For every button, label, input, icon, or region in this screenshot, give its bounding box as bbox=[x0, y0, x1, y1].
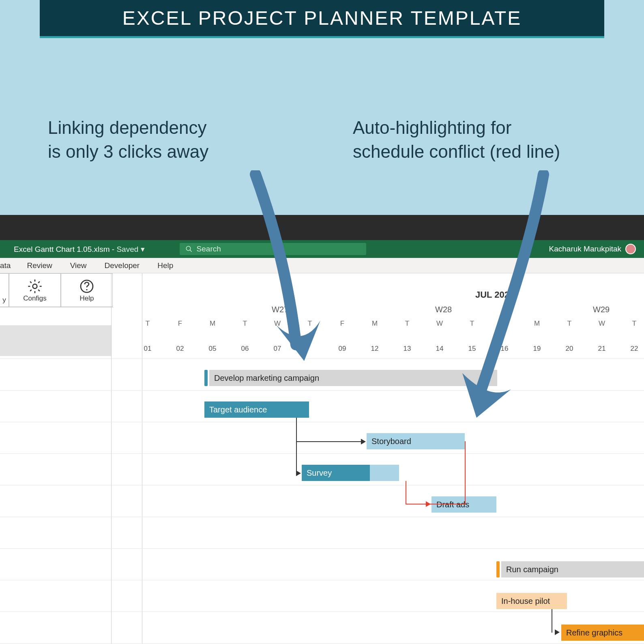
row-line bbox=[0, 422, 644, 422]
row-shade bbox=[0, 325, 111, 356]
tab-view[interactable]: View bbox=[61, 258, 96, 273]
row-line bbox=[0, 358, 644, 359]
task-target-audience[interactable]: Target audience bbox=[204, 401, 309, 418]
task-inhouse-pilot[interactable]: In-house pilot bbox=[496, 593, 567, 609]
arrow-icon bbox=[361, 439, 366, 444]
row-line bbox=[0, 580, 644, 580]
avatar bbox=[625, 244, 636, 254]
task-run-campaign[interactable]: Run campaign bbox=[501, 561, 644, 577]
banner-title: EXCEL PROJECT PLANNER TEMPLATE bbox=[122, 7, 522, 29]
user-name: Kacharuk Marukpitak bbox=[549, 245, 621, 253]
workbook-title: Excel Gantt Chart 1.05.xlsm - Saved ▾ bbox=[14, 245, 145, 254]
callout-left-line2: is only 3 clicks away bbox=[48, 140, 208, 163]
svg-point-4 bbox=[86, 289, 87, 290]
excel-window-top bbox=[0, 215, 644, 240]
callout-right-line1: Auto-highlighting for bbox=[353, 116, 560, 140]
tab-review[interactable]: Review bbox=[18, 258, 61, 273]
task-storyboard[interactable]: Storyboard bbox=[367, 433, 465, 449]
callout-right: Auto-highlighting for schedule conflict … bbox=[353, 116, 560, 164]
search-input[interactable]: Search bbox=[180, 243, 366, 255]
row-line bbox=[0, 390, 644, 391]
callout-left-line1: Linking dependency bbox=[48, 116, 208, 140]
task-draft-ads[interactable]: Draft ads bbox=[431, 496, 496, 513]
dep-line bbox=[296, 418, 297, 441]
callout-right-line2: schedule conflict (red line) bbox=[353, 140, 560, 163]
month-label: JUL 2021 bbox=[475, 290, 514, 300]
arrow-icon bbox=[296, 470, 301, 476]
task-survey[interactable]: Survey bbox=[302, 465, 399, 481]
week-27: W27 bbox=[272, 305, 288, 314]
dep-line-conflict bbox=[465, 441, 466, 504]
task-develop-marketing[interactable]: Develop marketing campaign bbox=[209, 370, 497, 386]
toolbar-partial[interactable]: y bbox=[0, 273, 9, 307]
row-line bbox=[0, 612, 644, 612]
tab-developer[interactable]: Developer bbox=[96, 258, 149, 273]
saved-status[interactable]: Saved ▾ bbox=[116, 245, 144, 253]
tab-help[interactable]: Help bbox=[148, 258, 182, 273]
custom-toolbar: y Configs Help bbox=[0, 273, 114, 307]
week-29: W29 bbox=[593, 305, 610, 314]
excel-title-bar: Excel Gantt Chart 1.05.xlsm - Saved ▾ Se… bbox=[0, 240, 644, 258]
gear-icon bbox=[27, 278, 43, 294]
page-banner: EXCEL PROJECT PLANNER TEMPLATE bbox=[40, 0, 604, 38]
configs-button[interactable]: Configs bbox=[9, 273, 61, 307]
row-line bbox=[0, 485, 644, 485]
user-area[interactable]: Kacharuk Marukpitak bbox=[549, 244, 636, 254]
search-placeholder: Search bbox=[197, 245, 221, 253]
summary-start-tick-orange bbox=[496, 561, 500, 577]
gantt-sheet[interactable]: y Configs Help JUL 2021 W27 W28 W29 T F … bbox=[0, 273, 644, 644]
summary-start-tick bbox=[204, 370, 208, 386]
dep-line bbox=[296, 441, 362, 442]
search-icon bbox=[185, 245, 193, 253]
help-button[interactable]: Help bbox=[61, 273, 113, 307]
svg-point-0 bbox=[186, 246, 191, 251]
callout-left: Linking dependency is only 3 clicks away bbox=[48, 116, 208, 164]
svg-line-1 bbox=[190, 250, 192, 252]
ribbon-tabs: ata Review View Developer Help bbox=[0, 258, 644, 273]
gridline bbox=[111, 273, 112, 644]
arrow-icon-conflict bbox=[426, 501, 431, 507]
row-line bbox=[0, 453, 644, 454]
gridline bbox=[142, 273, 142, 644]
dep-line-conflict bbox=[406, 481, 406, 504]
tab-data[interactable]: ata bbox=[0, 258, 18, 273]
dep-line bbox=[552, 609, 552, 633]
question-icon bbox=[79, 278, 95, 294]
week-28: W28 bbox=[435, 305, 452, 314]
row-line bbox=[0, 548, 644, 549]
task-refine-graphics[interactable]: Refine graphics bbox=[561, 625, 644, 641]
dep-line bbox=[296, 441, 297, 473]
row-line bbox=[0, 643, 644, 644]
svg-point-2 bbox=[33, 284, 37, 288]
arrow-icon bbox=[555, 629, 560, 635]
dep-line-conflict bbox=[406, 504, 466, 504]
row-line bbox=[0, 517, 644, 517]
